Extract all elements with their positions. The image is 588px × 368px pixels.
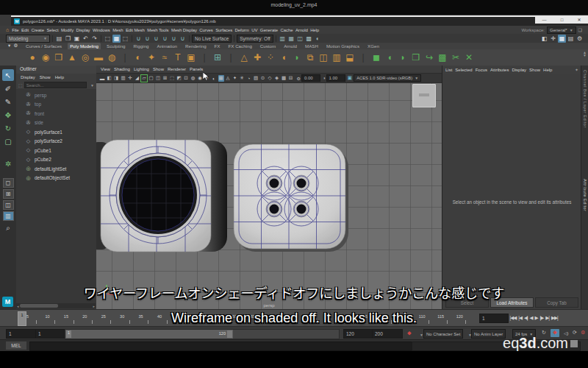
smooth-mesh-icon[interactable]: ❒ <box>410 52 422 64</box>
scroll-left-icon[interactable]: ◂ <box>17 304 19 308</box>
display-layer-icon[interactable]: ◐ <box>314 35 322 43</box>
ipr-render-icon[interactable]: ◫ <box>296 35 304 43</box>
outliner-item-pcube1[interactable]: ◇pCube1 <box>16 146 96 155</box>
outliner-menu-item[interactable]: Display <box>21 75 35 79</box>
range-bar-inner[interactable]: 1 120 <box>65 330 233 339</box>
boolean-difference-icon[interactable]: ◖ <box>384 52 395 64</box>
layout-four-pane-icon[interactable]: ⊞ <box>3 189 14 199</box>
shelf-scroll-arrows[interactable]: ▲▼ <box>583 51 587 57</box>
shelf-tab-rendering[interactable]: Rendering <box>183 43 209 49</box>
menu-item[interactable]: Mesh Display <box>171 28 197 32</box>
poly-sphere-icon[interactable]: ● <box>26 52 38 64</box>
quad-draw-icon[interactable]: ✚ <box>251 52 263 64</box>
outliner-item-polysurface1[interactable]: ◇polySurface1 <box>16 127 96 137</box>
outliner-item-side[interactable]: ✇side <box>16 118 96 128</box>
plugin-display-icon[interactable]: ◔ <box>246 75 252 82</box>
search-input[interactable] <box>24 82 87 88</box>
outliner-hscrollbar[interactable]: ◂ ▸ <box>16 303 96 308</box>
filter-icon[interactable]: ⬚ <box>18 82 23 88</box>
paint-select-tool-icon[interactable]: ✎ <box>2 96 14 107</box>
outliner-item-top[interactable]: ✇top <box>16 100 96 110</box>
menu-item[interactable]: Mesh <box>112 28 123 32</box>
delete-edge-icon[interactable]: ✕ <box>463 52 475 64</box>
outliner-menu-item[interactable]: Show <box>40 75 51 79</box>
select-component-icon[interactable]: ⬚ <box>121 35 129 43</box>
boolean-intersect-icon[interactable]: ◗ <box>397 52 409 64</box>
hud-icon[interactable]: ⊟ <box>288 75 294 82</box>
joint-tool-icon[interactable]: ✲ <box>2 158 14 169</box>
shelf-tab-arnold[interactable]: Arnold <box>282 43 299 49</box>
scale-tool-icon[interactable]: ▢ <box>2 135 14 147</box>
make-live-icon[interactable]: ∪ <box>179 35 187 43</box>
shadows-icon[interactable]: ◩ <box>176 75 182 82</box>
select-object-icon[interactable]: ▦ <box>112 35 121 43</box>
isolate-select-icon[interactable]: ◬ <box>225 75 231 82</box>
render-view-icon[interactable]: ▥ <box>279 35 287 43</box>
shelf-tab-rigging[interactable]: Rigging <box>132 43 151 49</box>
reduce-icon[interactable]: ⬓ <box>344 52 356 64</box>
joints-display-icon[interactable]: ⊙ <box>260 75 266 82</box>
remesh-icon[interactable]: ⊞ <box>212 52 223 64</box>
shelf-tab-poly-modeling[interactable]: Poly Modeling <box>68 43 101 49</box>
layout-outliner-pane-icon[interactable]: ▥ <box>3 211 14 221</box>
fx-icon[interactable]: ✦ <box>232 75 238 82</box>
menu-item[interactable]: Surfaces <box>215 28 232 32</box>
two-d-pan-icon[interactable]: ◢ <box>135 75 140 82</box>
window-control-button[interactable]: — <box>542 18 547 22</box>
gamma-field[interactable]: 1.00 <box>326 74 345 82</box>
lock-camera-icon[interactable]: ◧ <box>107 75 112 82</box>
colorspace-dropdown[interactable]: ACES 1.0 SDR-video (sRGB)▼ <box>354 74 421 82</box>
live-surface-field[interactable]: No Live Surface <box>192 35 232 43</box>
viewport-menu-item[interactable]: View <box>101 67 110 71</box>
channel-box-icon[interactable]: ▦ <box>558 35 566 43</box>
menu-set-dropdown[interactable]: Modeling▼ <box>6 35 50 43</box>
set-key-icon[interactable]: ⬥ <box>407 330 412 337</box>
shelf-separator[interactable]: | <box>225 52 237 64</box>
range-end-field[interactable]: 120 <box>343 329 374 339</box>
poly-cube-icon[interactable]: ❒ <box>53 52 65 64</box>
outliner-item-persp[interactable]: ✇persp <box>16 91 96 100</box>
undo-icon[interactable]: ↶ <box>82 35 90 43</box>
range-handle-end[interactable] <box>227 330 232 338</box>
snap-curve-icon[interactable]: ∪ <box>143 35 151 43</box>
extract-icon[interactable]: ▥ <box>331 52 343 64</box>
menu-item[interactable]: Select <box>46 28 58 32</box>
grid-green-icon[interactable]: ▩ <box>437 52 448 64</box>
window-control-button[interactable]: ✕ <box>577 17 581 22</box>
attribute-editor-toggle-icon[interactable]: ▤ <box>567 35 575 43</box>
menu-item[interactable]: Create <box>31 28 43 32</box>
exposure-icon[interactable]: ⚙ <box>297 76 301 81</box>
save-scene-icon[interactable]: ▣ <box>73 35 81 43</box>
viewport-menu-item[interactable]: Show <box>153 67 164 71</box>
shelf-tab-fx[interactable]: FX <box>212 43 223 49</box>
poly-cone-icon[interactable]: ▲ <box>66 52 78 64</box>
menu-item[interactable]: Curves <box>199 28 212 32</box>
attribute-editor-menu-item[interactable]: Display <box>512 68 526 72</box>
anim-end-field[interactable]: 200 <box>372 329 403 339</box>
svg-icon[interactable]: ▣ <box>185 52 197 64</box>
symmetry-field[interactable]: Symmetry: Off <box>237 35 273 43</box>
range-bar-track[interactable]: 1 120 <box>65 329 340 339</box>
tab-channel-box[interactable]: Channel Box / Layer Editor <box>583 70 587 166</box>
curve-warp-icon[interactable]: ≈ <box>159 52 171 64</box>
scroll-right-icon[interactable]: ▸ <box>93 304 95 308</box>
exposure-field[interactable]: 0.00 <box>301 74 320 82</box>
shelf-tab-fx-caching[interactable]: FX Caching <box>226 43 254 49</box>
menu-item[interactable]: Edit Mesh <box>126 28 145 32</box>
shelf-separator[interactable]: | <box>198 52 210 64</box>
bevel-icon[interactable]: ◖ <box>278 52 290 64</box>
command-input[interactable] <box>29 342 413 351</box>
anim-start-field[interactable]: 1 <box>6 329 37 339</box>
bookmarks-icon[interactable]: ▥ <box>121 75 126 82</box>
mirror-icon[interactable]: ↪ <box>423 52 435 64</box>
attribute-editor-menu-item[interactable]: List <box>445 68 452 72</box>
render-current-frame-icon[interactable]: ▦ <box>287 35 295 43</box>
attribute-editor-menu-item[interactable]: Attributes <box>490 68 509 72</box>
snap-projected-center-icon[interactable]: ∪ <box>161 35 169 43</box>
poly-sphere-uv-icon[interactable]: ◉ <box>40 52 51 64</box>
depth-of-field-icon[interactable]: ◐ <box>211 75 217 82</box>
outliner-item-defaultlightset[interactable]: ◎defaultLightSet <box>16 164 96 174</box>
character-controls-icon[interactable]: ✛ <box>549 35 557 43</box>
shelf-separator[interactable]: | <box>119 52 131 64</box>
gpu-cache-icon[interactable]: ▧ <box>253 75 259 82</box>
